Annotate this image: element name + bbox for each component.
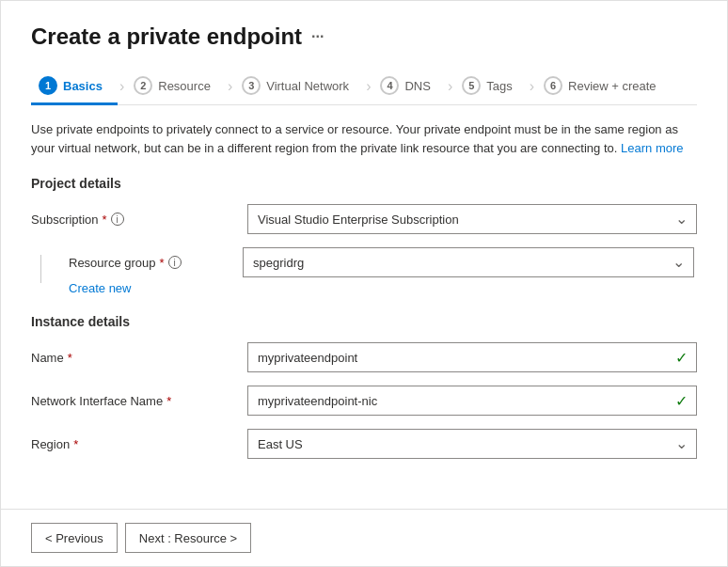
name-required: * [68, 351, 72, 365]
tab-sep-3: › [364, 78, 372, 95]
region-select-wrapper: East US [247, 429, 697, 459]
previous-button[interactable]: < Previous [31, 523, 118, 553]
tab-sep-4: › [446, 78, 454, 95]
tab-review-create[interactable]: 6 Review + create [536, 69, 672, 105]
tab-tags[interactable]: 5 Tags [454, 69, 527, 105]
nic-name-required: * [166, 394, 171, 408]
region-control: East US [247, 429, 697, 459]
subscription-label: Subscription * i [31, 213, 247, 227]
step-circle-5: 5 [462, 76, 481, 95]
subscription-select-wrapper: Visual Studio Enterprise Subscription [247, 204, 697, 234]
tab-sep-5: › [528, 78, 536, 95]
nic-name-input[interactable] [247, 386, 697, 416]
project-details-header: Project details [31, 176, 697, 191]
name-input-wrapper: ✓ [247, 342, 697, 372]
page-title-row: Create a private endpoint ··· [31, 24, 697, 50]
tab-virtual-network[interactable]: 3 Virtual Network [234, 69, 364, 105]
nic-name-label: Network Interface Name * [31, 394, 247, 408]
rg-content: Resource group * i spegridrg Create new [69, 247, 697, 295]
create-new-link[interactable]: Create new [69, 281, 131, 295]
subscription-control: Visual Studio Enterprise Subscription [247, 204, 697, 234]
step-circle-1: 1 [39, 76, 57, 95]
resource-group-info-icon[interactable]: i [168, 256, 182, 269]
tab-virtual-network-label: Virtual Network [266, 79, 349, 93]
nic-name-check-icon: ✓ [675, 392, 688, 410]
page-title: Create a private endpoint [31, 24, 302, 50]
instance-details-header: Instance details [31, 314, 697, 329]
next-button[interactable]: Next : Resource > [125, 523, 251, 553]
info-text: Use private endpoints to privately conne… [31, 120, 697, 157]
tab-tags-label: Tags [486, 79, 512, 93]
main-content: Create a private endpoint ··· 1 Basics ›… [1, 1, 727, 509]
nic-name-input-wrapper: ✓ [247, 386, 697, 416]
step-circle-4: 4 [380, 76, 399, 95]
tab-resource[interactable]: 2 Resource [126, 69, 226, 105]
region-row: Region * East US [31, 429, 697, 459]
nic-name-control: ✓ [247, 386, 697, 416]
step-circle-2: 2 [134, 76, 152, 95]
name-input[interactable] [247, 342, 697, 372]
rg-field-row: Resource group * i spegridrg [69, 247, 697, 277]
resource-group-label: Resource group * i [69, 256, 243, 270]
tab-basics-label: Basics [63, 79, 103, 93]
name-label: Name * [31, 351, 247, 365]
page-wrapper: Create a private endpoint ··· 1 Basics ›… [0, 0, 728, 567]
step-circle-3: 3 [242, 76, 261, 95]
learn-more-link[interactable]: Learn more [621, 141, 683, 155]
name-row: Name * ✓ [31, 342, 697, 372]
resource-group-row: Resource group * i spegridrg Create new [31, 247, 697, 295]
tab-basics[interactable]: 1 Basics [31, 69, 118, 105]
resource-group-select-wrapper: spegridrg [243, 247, 694, 277]
subscription-row: Subscription * i Visual Studio Enterpris… [31, 204, 697, 234]
tabs-nav: 1 Basics › 2 Resource › 3 Virtual Networ… [31, 69, 697, 105]
nic-name-row: Network Interface Name * ✓ [31, 386, 697, 416]
resource-group-required: * [160, 256, 165, 270]
resource-group-control: spegridrg [243, 247, 694, 277]
tab-dns-label: DNS [404, 79, 430, 93]
ellipsis-icon[interactable]: ··· [311, 28, 324, 45]
subscription-select[interactable]: Visual Studio Enterprise Subscription [247, 204, 697, 234]
step-circle-6: 6 [544, 76, 562, 95]
tab-sep-2: › [226, 78, 234, 95]
region-label: Region * [31, 437, 247, 451]
tab-review-create-label: Review + create [568, 79, 657, 93]
tab-sep-1: › [118, 78, 126, 95]
resource-group-select[interactable]: spegridrg [243, 247, 694, 277]
tab-dns[interactable]: 4 DNS [372, 69, 445, 105]
name-control: ✓ [247, 342, 697, 372]
subscription-required: * [103, 213, 107, 227]
region-required: * [73, 437, 78, 451]
subscription-info-icon[interactable]: i [111, 213, 124, 226]
footer: < Previous Next : Resource > [1, 509, 727, 566]
name-check-icon: ✓ [675, 349, 688, 367]
region-select[interactable]: East US [247, 429, 697, 459]
rg-line [40, 255, 41, 283]
tab-resource-label: Resource [158, 79, 211, 93]
rg-indent [31, 247, 69, 283]
